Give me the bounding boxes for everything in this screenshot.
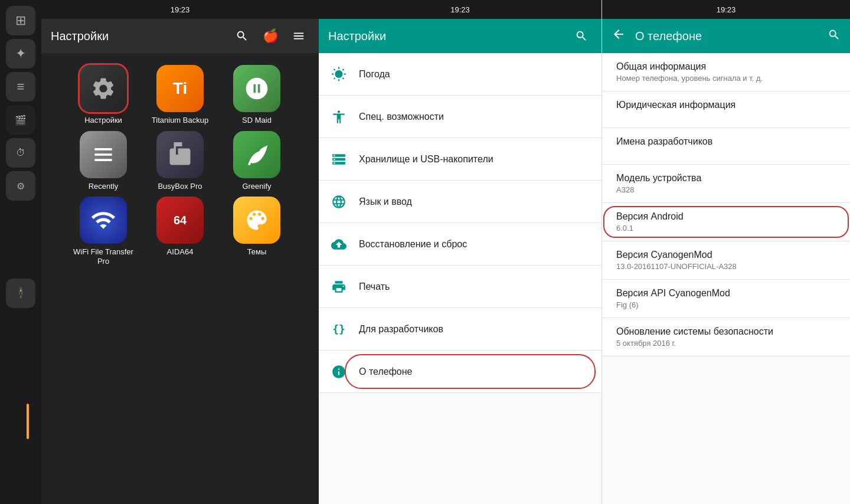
app-grid: Настройки Ti Titanium Backup SD Maid bbox=[41, 53, 319, 504]
middle-status-time: 19:23 bbox=[450, 5, 470, 14]
side-icon-clock[interactable]: ⏱ bbox=[6, 138, 35, 168]
middle-status-bar: 19:23 bbox=[319, 0, 601, 19]
right-status-bar: 19:23 bbox=[602, 0, 850, 19]
app-item-settings[interactable]: Настройки bbox=[71, 65, 136, 125]
side-icon-suit[interactable]: 🕴 bbox=[6, 279, 35, 308]
sdmaid-icon bbox=[244, 76, 270, 102]
android-version-title: Версия Android bbox=[616, 211, 836, 222]
developers-title: Имена разработчиков bbox=[616, 136, 836, 147]
middle-header: Настройки bbox=[319, 19, 601, 53]
general-info-title: Общая информация bbox=[616, 61, 836, 72]
accessibility-icon bbox=[328, 106, 349, 127]
settings-item-backup-label: Восстановление и сброс bbox=[359, 239, 467, 250]
scroll-indicator bbox=[27, 404, 29, 439]
app-label-settings: Настройки bbox=[84, 116, 122, 125]
app-item-titanium[interactable]: Ti Titanium Backup bbox=[148, 65, 212, 125]
app-row-3: WiFi File Transfer Pro 64 AIDA64 Темы bbox=[71, 197, 289, 266]
backup-icon bbox=[328, 234, 349, 255]
about-item-legal[interactable]: Юридическая информация bbox=[602, 91, 850, 128]
app-item-sdmaid[interactable]: SD Maid bbox=[224, 65, 289, 125]
settings-item-accessibility-label: Спец. возможности bbox=[359, 112, 444, 122]
settings-item-language[interactable]: Язык и ввод bbox=[319, 181, 601, 223]
search-icon bbox=[236, 30, 249, 42]
settings-item-print-label: Печать bbox=[359, 282, 390, 292]
settings-item-accessibility[interactable]: Спец. возможности bbox=[319, 96, 601, 138]
side-icon-compass[interactable]: ✦ bbox=[6, 39, 35, 68]
settings-item-about[interactable]: О телефоне bbox=[319, 351, 601, 393]
themes-icon bbox=[244, 207, 270, 233]
apple-icon-button[interactable]: 🍎 bbox=[260, 25, 281, 47]
about-phone-list: Общая информация Номер телефона, уровень… bbox=[602, 53, 850, 504]
right-search-icon bbox=[828, 28, 841, 41]
settings-item-language-label: Язык и ввод bbox=[359, 197, 412, 207]
settings-item-storage[interactable]: Хранилище и USB-накопители bbox=[319, 138, 601, 181]
right-search-button[interactable] bbox=[828, 28, 841, 44]
legal-title: Юридическая информация bbox=[616, 100, 836, 110]
api-title: Версия API CyanogenMod bbox=[616, 288, 836, 299]
settings-item-backup[interactable]: Восстановление и сброс bbox=[319, 223, 601, 266]
settings-item-print[interactable]: Печать bbox=[319, 266, 601, 308]
weather-icon bbox=[328, 64, 349, 85]
about-item-android[interactable]: Версия Android 6.0.1 bbox=[602, 203, 850, 241]
app-label-themes: Темы bbox=[247, 247, 267, 257]
selected-ring bbox=[80, 65, 127, 112]
back-button[interactable] bbox=[612, 27, 626, 45]
left-panel-app-drawer: 19:23 Настройки 🍎 bbox=[41, 0, 319, 504]
app-label-busybox: BusyBox Pro bbox=[158, 182, 202, 191]
menu-icon bbox=[292, 30, 305, 42]
app-item-aida64[interactable]: 64 AIDA64 bbox=[148, 197, 212, 266]
settings-item-weather-label: Погода bbox=[359, 69, 390, 80]
wifi-icon bbox=[90, 207, 116, 233]
left-status-bar: 19:23 bbox=[41, 0, 319, 19]
model-title: Модель устройства bbox=[616, 173, 836, 184]
middle-panel-settings: 19:23 Настройки Погода Спец. bbox=[319, 0, 602, 504]
about-item-model[interactable]: Модель устройства A328 bbox=[602, 165, 850, 203]
side-icon-settings-gear[interactable]: ⚙ bbox=[6, 171, 35, 201]
titanium-icon-text: Ti bbox=[173, 79, 187, 98]
middle-search-button[interactable] bbox=[571, 25, 592, 47]
app-item-recently[interactable]: Recently bbox=[71, 131, 136, 191]
language-icon bbox=[328, 191, 349, 212]
left-header: Настройки 🍎 bbox=[41, 19, 319, 53]
app-item-wifi[interactable]: WiFi File Transfer Pro bbox=[71, 197, 136, 266]
right-header: О телефоне bbox=[602, 19, 850, 53]
left-status-time: 19:23 bbox=[171, 5, 190, 14]
cyanogen-subtitle: 13.0-20161107-UNOFFICIAL-A328 bbox=[616, 262, 836, 271]
about-item-general[interactable]: Общая информация Номер телефона, уровень… bbox=[602, 53, 850, 91]
app-row-1: Настройки Ti Titanium Backup SD Maid bbox=[71, 65, 289, 125]
right-panel-about: 19:23 О телефоне Общая информация Номер … bbox=[602, 0, 850, 504]
side-panel: ⊞ ✦ ≡ 🎬 ⏱ ⚙ 🕴 bbox=[0, 0, 41, 504]
app-label-titanium: Titanium Backup bbox=[152, 116, 208, 125]
android-version-subtitle: 6.0.1 bbox=[616, 224, 836, 233]
side-icon-list[interactable]: ≡ bbox=[6, 72, 35, 102]
app-item-busybox[interactable]: BusyBox Pro bbox=[148, 131, 212, 191]
model-subtitle: A328 bbox=[616, 185, 836, 194]
back-arrow-icon bbox=[612, 27, 626, 41]
general-info-subtitle: Номер телефона, уровень сигнала и т. д. bbox=[616, 74, 836, 83]
app-label-recently: Recently bbox=[89, 182, 119, 191]
left-search-button[interactable] bbox=[231, 25, 253, 47]
app-label-greenify: Greenify bbox=[242, 182, 271, 191]
aida-icon-text: 64 bbox=[174, 214, 187, 227]
about-item-developers[interactable]: Имена разработчиков bbox=[602, 128, 850, 165]
left-header-title: Настройки bbox=[51, 30, 224, 43]
side-icon-film[interactable]: 🎬 bbox=[6, 105, 35, 135]
app-item-greenify[interactable]: Greenify bbox=[224, 131, 289, 191]
busybox-icon bbox=[168, 142, 192, 167]
app-item-themes[interactable]: Темы bbox=[224, 197, 289, 266]
api-subtitle: Fig (6) bbox=[616, 300, 836, 309]
settings-item-weather[interactable]: Погода bbox=[319, 53, 601, 96]
left-menu-button[interactable] bbox=[288, 25, 309, 47]
greenify-icon bbox=[244, 142, 270, 168]
about-item-security[interactable]: Обновление системы безопасности 5 октябр… bbox=[602, 318, 850, 356]
about-item-api[interactable]: Версия API CyanogenMod Fig (6) bbox=[602, 280, 850, 318]
app-label-sdmaid: SD Maid bbox=[242, 116, 272, 125]
right-header-title: О телефоне bbox=[635, 30, 820, 43]
side-icon-grid[interactable]: ⊞ bbox=[6, 6, 35, 35]
right-status-time: 19:23 bbox=[717, 5, 736, 14]
settings-item-storage-label: Хранилище и USB-накопители bbox=[359, 154, 493, 165]
app-row-2: Recently BusyBox Pro Greenify bbox=[71, 131, 289, 191]
about-item-cyanogen[interactable]: Версия CyanogenMod 13.0-20161107-UNOFFIC… bbox=[602, 241, 850, 280]
settings-item-developer[interactable]: {} Для разработчиков bbox=[319, 308, 601, 351]
security-subtitle: 5 октября 2016 г. bbox=[616, 339, 836, 348]
